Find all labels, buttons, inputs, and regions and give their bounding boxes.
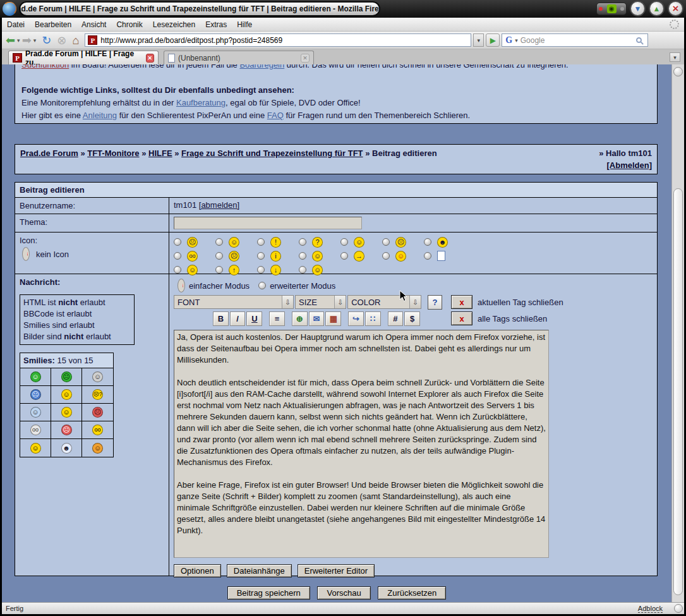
smiley-green-mad[interactable]: ☹: [51, 368, 82, 386]
suchfunktion-link[interactable]: Suchfunktion: [21, 64, 69, 69]
menu-extras[interactable]: Extras: [200, 18, 232, 31]
extended-mode-radio[interactable]: [258, 282, 266, 289]
smiley-crying-blue[interactable]: ☹: [20, 386, 51, 404]
message-textarea[interactable]: Ja, Opera ist auch kostenlos. Der Hauptg…: [174, 330, 549, 558]
post-icon-eek-radio[interactable]: [174, 252, 181, 260]
post-icon-arrow-down-radio[interactable]: [257, 266, 265, 274]
post-icon-exclaim-radio[interactable]: [257, 238, 265, 246]
forward-icon[interactable]: ➡: [22, 35, 32, 46]
no-icon-radio[interactable]: [22, 247, 30, 261]
anleitung-link[interactable]: Anleitung: [83, 111, 117, 120]
post-icon-cool-radio[interactable]: [424, 238, 431, 246]
back-icon[interactable]: ⬅: [6, 35, 15, 46]
tab-prad-forum[interactable]: P Prad.de Forum | HILFE | Frage zu... ✕: [8, 51, 159, 64]
beitrag-speichern-button[interactable]: Beitrag speichern: [227, 586, 310, 600]
vertical-scrollbar[interactable]: [671, 64, 684, 602]
help-button[interactable]: ?: [428, 295, 442, 310]
post-icon-happy-radio[interactable]: [299, 266, 306, 274]
search-input[interactable]: Google: [521, 36, 634, 45]
tab-close-icon[interactable]: ✕: [146, 54, 154, 63]
smiley-mad-red[interactable]: ☹: [82, 404, 113, 421]
zuruecksetzen-button[interactable]: Zurücksetzen: [378, 586, 446, 600]
menu-chronik[interactable]: Chronik: [111, 18, 147, 31]
tab-close-icon[interactable]: ✕: [301, 54, 310, 63]
smiley-laugh-blue[interactable]: ☺: [20, 404, 51, 421]
menu-hilfe[interactable]: Hilfe: [232, 18, 257, 31]
post-icon-arrow-up-radio[interactable]: [215, 266, 223, 274]
home-icon[interactable]: ⌂: [72, 35, 79, 46]
scrollbar-thumb[interactable]: [673, 188, 683, 595]
smiley-smile[interactable]: ☺: [51, 404, 82, 421]
post-icon-arrow-radio[interactable]: [340, 252, 348, 260]
quote-button[interactable]: ↪: [348, 311, 364, 326]
scroll-up-button[interactable]: [673, 67, 683, 76]
list-button[interactable]: ∷: [365, 311, 381, 326]
crumb-hilfe-link[interactable]: HILFE: [148, 148, 172, 158]
search-icon[interactable]: [636, 37, 642, 43]
adblock-toggle[interactable]: Adblock: [638, 605, 663, 613]
post-icon-sad-radio[interactable]: [382, 238, 390, 246]
menu-bearbeiten[interactable]: Bearbeiten: [30, 18, 76, 31]
close-current-tag-button[interactable]: x: [451, 295, 472, 309]
post-icon-biggrin-radio[interactable]: [340, 238, 348, 246]
smiley-tongue-gray[interactable]: ☺: [82, 368, 113, 386]
abmelden-link[interactable]: [Abmelden]: [607, 160, 653, 170]
stop-icon[interactable]: ⊗: [57, 35, 66, 46]
maximize-button[interactable]: ▲: [649, 1, 665, 16]
crumb-forum-link[interactable]: Prad.de Forum: [20, 148, 78, 158]
post-icon-embarrassed-radio[interactable]: [174, 266, 181, 274]
tab-list-dropdown-icon[interactable]: ▾: [670, 52, 680, 62]
crumb-tft-link[interactable]: TFT-Monitore: [87, 148, 139, 158]
close-button[interactable]: ×: [668, 1, 683, 16]
bold-button[interactable]: B: [213, 311, 229, 326]
smiley-grin-orange[interactable]: ☺: [82, 439, 113, 457]
size-select[interactable]: SIZE⇩: [295, 295, 346, 309]
go-button[interactable]: ▶: [486, 33, 500, 47]
color-select[interactable]: COLOR⇩: [347, 295, 421, 309]
url-history-dropdown-icon[interactable]: ▾: [473, 33, 484, 47]
nvidia-tray-widget[interactable]: ◉: [596, 3, 627, 15]
crumb-thread-link[interactable]: Frage zu Schrift und Trapezeinstellung f…: [181, 148, 363, 158]
back-dropdown-icon[interactable]: ▾: [17, 37, 20, 44]
forward-dropdown-icon[interactable]: ▾: [33, 37, 37, 44]
menu-ansicht[interactable]: Ansicht: [76, 18, 111, 31]
smiley-biggrin[interactable]: ☺: [51, 386, 82, 404]
code-button[interactable]: #: [388, 311, 404, 326]
php-button[interactable]: $: [404, 311, 420, 326]
italic-button[interactable]: /: [230, 311, 246, 326]
post-icon-frown-radio[interactable]: [174, 238, 181, 246]
minimize-button[interactable]: ▼: [630, 1, 646, 16]
optionen-button[interactable]: Optionen: [174, 564, 221, 577]
search-engine-dropdown-icon[interactable]: ▾: [515, 37, 518, 44]
post-icon-idea-radio[interactable]: [257, 252, 265, 260]
search-box[interactable]: G ▾ Google: [502, 33, 648, 47]
smiley-green-grin[interactable]: ☺: [20, 368, 51, 386]
vorschau-button[interactable]: Vorschau: [317, 586, 370, 600]
faq-link[interactable]: FAQ: [267, 111, 284, 120]
align-center-button[interactable]: ≡: [269, 311, 285, 326]
smiley-confused-question[interactable]: ☹?: [82, 386, 113, 404]
email-button[interactable]: ✉: [309, 311, 325, 326]
smiley-cool-shades[interactable]: ☻: [51, 439, 82, 457]
smiley-eek-gray[interactable]: oo: [20, 421, 51, 439]
simple-mode-radio[interactable]: [178, 279, 185, 293]
link-button[interactable]: ⊕: [292, 311, 308, 326]
post-icon-tongue-radio[interactable]: [382, 252, 390, 260]
menu-lesezeichen[interactable]: Lesezeichen: [148, 18, 200, 31]
smiley-angry-red[interactable]: ☹: [51, 421, 82, 439]
erweiterter-editor-button[interactable]: Erweiterter Editor: [298, 564, 375, 577]
abmelden-inline-link[interactable]: [abmelden]: [199, 200, 239, 210]
close-all-tags-button[interactable]: x: [451, 311, 472, 325]
thema-input[interactable]: [174, 217, 362, 229]
tab-unbenannt[interactable]: (Unbenannt) ✕: [164, 51, 314, 64]
reload-icon[interactable]: ↻: [42, 35, 51, 46]
smiley-wink[interactable]: ☺: [20, 439, 51, 457]
menu-datei[interactable]: Datei: [2, 18, 30, 31]
scroll-down-button[interactable]: [674, 604, 683, 613]
post-icon-confused-radio[interactable]: [215, 252, 223, 260]
underline-button[interactable]: U: [246, 311, 262, 326]
font-select[interactable]: FONT⇩: [174, 295, 294, 309]
post-icon-question-radio[interactable]: [299, 238, 306, 246]
post-icon-wink-radio[interactable]: [215, 238, 223, 246]
post-icon-attachment-page-radio[interactable]: [424, 252, 431, 260]
